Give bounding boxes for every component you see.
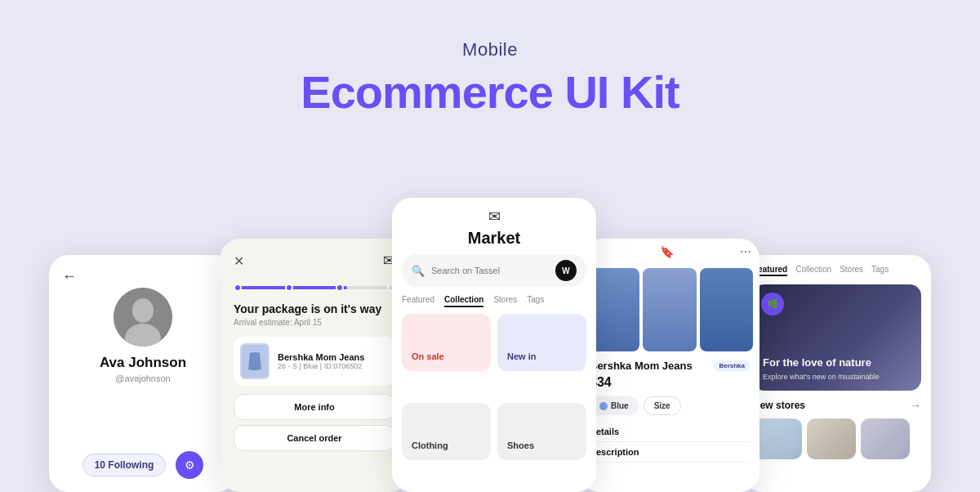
grid-item-newin[interactable]: New in [497, 314, 586, 371]
grid-item-shoes[interactable]: Shoes [497, 403, 586, 460]
progress-dot [285, 284, 293, 292]
grid-item-clothing[interactable]: Clothing [402, 403, 491, 460]
avatar [114, 288, 172, 347]
market-search-bar[interactable]: 🔍 W [402, 254, 586, 287]
stores-thumbnails [753, 418, 921, 459]
product-card: ↓ 🔖 ⋯ Bershka Mom Jeans Bershka $34 Blue… [580, 239, 760, 492]
profile-name: Ava Johnson [100, 355, 186, 371]
store-thumb-2[interactable] [807, 418, 856, 459]
featured-text: For the love of nature Explore what's ne… [763, 356, 880, 381]
market-title: Market [392, 229, 596, 254]
tab-tags[interactable]: Tags [527, 295, 544, 307]
new-stores-label: New stores [753, 400, 805, 411]
following-badge[interactable]: 10 Following [82, 454, 167, 476]
order-item-detail: 26 - S | Blue | ID:0706502 [278, 362, 389, 370]
bookmark-icon[interactable]: 🔖 [660, 245, 674, 258]
tab-collection[interactable]: Collection [444, 295, 483, 307]
featured-card: Featured Collection Stores Tags 🌿 For th… [743, 255, 931, 492]
featured-title: For the love of nature [763, 356, 880, 370]
product-sections: Details Description [580, 422, 760, 463]
details-label: Details [590, 422, 750, 442]
nature-badge-icon: 🌿 [761, 293, 784, 315]
new-stores-row: New stores → [753, 399, 921, 412]
profile-card: ← Ava Johnson @avajohnson 10 Following ⚙ [49, 255, 237, 492]
hero-section: Mobile Ecommerce UI Kit [0, 0, 980, 119]
product-price: $34 [590, 375, 750, 390]
order-header: ✕ ✉ [234, 252, 395, 270]
hero-title-plain: Ecommerce [301, 66, 564, 118]
grid-item-onsale[interactable]: On sale [402, 314, 491, 371]
market-mail-icon: ✉ [488, 208, 501, 226]
color-swatch [599, 402, 608, 410]
product-images [580, 262, 760, 351]
order-progress [234, 286, 395, 289]
svg-point-1 [132, 298, 154, 323]
tab-collection[interactable]: Collection [795, 265, 831, 276]
product-thumb-2 [643, 268, 696, 351]
tab-stores[interactable]: Stores [840, 265, 863, 276]
order-item: Bershka Mom Jeans 26 - S | Blue | ID:070… [234, 337, 395, 386]
market-top: ✉ [392, 198, 596, 229]
tab-stores[interactable]: Stores [493, 295, 517, 307]
market-grid: On sale New in Clothing Shoes [392, 314, 596, 492]
product-name: Bershka Mom Jeans [590, 360, 693, 372]
close-icon[interactable]: ✕ [234, 253, 244, 269]
arrow-right-icon[interactable]: → [910, 399, 921, 412]
search-input[interactable] [431, 266, 549, 275]
brand-badge: Bershka [714, 360, 750, 371]
tab-featured[interactable]: Featured [402, 295, 434, 307]
progress-track [234, 286, 395, 289]
order-title: Your package is on it's way [234, 302, 395, 315]
product-info: Bershka Mom Jeans Bershka $34 Blue Size [580, 351, 760, 422]
settings-button[interactable]: ⚙ [176, 451, 203, 479]
back-arrow[interactable]: ← [62, 268, 77, 285]
progress-dot [234, 284, 242, 292]
progress-dots [234, 284, 395, 292]
order-item-info: Bershka Mom Jeans 26 - S | Blue | ID:070… [278, 352, 389, 370]
product-name-row: Bershka Mom Jeans Bershka [590, 360, 750, 372]
hero-title: Ecommerce UI Kit [0, 65, 980, 119]
market-tabs: Featured Collection Stores Tags [392, 295, 596, 314]
more-info-button[interactable]: More info [234, 394, 395, 420]
size-option[interactable]: Size [644, 396, 681, 415]
featured-banner: 🌿 For the love of nature Explore what's … [753, 284, 921, 391]
search-icon: 🔍 [412, 265, 425, 277]
featured-tabs: Featured Collection Stores Tags [753, 265, 921, 276]
order-item-name: Bershka Mom Jeans [278, 352, 389, 362]
hero-subtitle: Mobile [0, 39, 980, 60]
store-thumb-3[interactable] [861, 418, 910, 459]
order-card: ✕ ✉ Your package is on it's way Arrival … [220, 239, 408, 492]
product-options: Blue Size [590, 396, 750, 415]
hero-title-accent: UI Kit [564, 66, 679, 118]
store-thumb-1[interactable] [753, 418, 802, 459]
order-subtitle: Arrival estimate: April 15 [234, 318, 395, 327]
progress-dot [336, 284, 344, 292]
w-badge: W [555, 260, 577, 281]
color-option[interactable]: Blue [590, 396, 639, 415]
market-card: ✉ Market 🔍 W Featured Collection Stores … [392, 198, 596, 492]
description-label: Description [590, 442, 750, 463]
order-item-image [240, 343, 270, 379]
product-thumb-3 [700, 268, 753, 351]
cancel-order-button[interactable]: Cancel order [234, 425, 395, 451]
profile-bottom: 10 Following ⚙ [62, 451, 224, 479]
product-top-icons: ↓ 🔖 ⋯ [580, 239, 760, 262]
tab-tags[interactable]: Tags [871, 265, 889, 276]
cards-row: ← Ava Johnson @avajohnson 10 Following ⚙… [0, 198, 980, 492]
more-icon[interactable]: ⋯ [740, 245, 751, 258]
profile-handle: @avajohnson [115, 373, 170, 383]
featured-subtitle: Explore what's new on #sustainable [763, 373, 880, 381]
